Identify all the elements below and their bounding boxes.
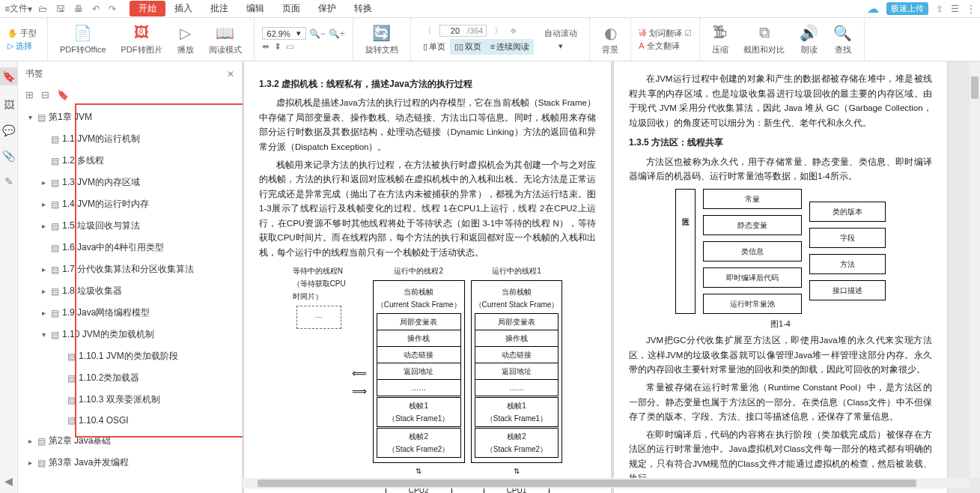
left-sidebar-strip: 🔖 🖼 💬 📎 ✎ ◀	[0, 61, 18, 493]
toolbar: ✋ 手型 ▷ 选择 📄PDF转Office 🖼PDF转图片 ▷播放 📖阅读模式 …	[0, 18, 980, 61]
tab-page[interactable]: 页面	[273, 1, 309, 16]
bookmark-item[interactable]: ▸▤1.5 垃圾回收与算法	[18, 215, 242, 237]
bookmark-item[interactable]: ▾▤1.10 JVM的类加载机制	[18, 324, 242, 345]
bookmarks-tree[interactable]: ▾▤第1章 JVM▤1.1 JVM的运行机制▤1.2 多线程▸▤1.3 JVM的…	[18, 103, 242, 493]
tab-start[interactable]: 开始	[130, 1, 165, 16]
settings-icon[interactable]: ☰	[951, 4, 959, 14]
section-heading: 1.3.2 虚拟机栈：线程私有，描述Java方法的执行过程	[259, 76, 596, 91]
next-page-icon[interactable]: 〉	[490, 25, 508, 37]
bookmark-item[interactable]: ▸▤1.9 Java网络编程模型	[18, 302, 242, 324]
figure-1-4: 方法区 常量 静态变量 类信息 即时编译后代码 运行时常量池 类的版本 字段 方…	[629, 189, 932, 314]
pdf-to-image-button[interactable]: 🖼PDF转图片	[114, 22, 170, 58]
add-bookmark-icon[interactable]: 🔖	[57, 89, 69, 100]
zoom-select[interactable]: 62.9% ▾	[262, 27, 306, 40]
hand-tool[interactable]: ✋ 手型	[7, 28, 37, 39]
bookmark-item[interactable]: ▸▤1.8 垃圾收集器	[18, 280, 242, 302]
actual-size-icon[interactable]: ▭	[286, 41, 294, 52]
document-viewport[interactable]: 1.3.2 虚拟机栈：线程私有，描述Java方法的执行过程 虚拟机栈是描述Jav…	[243, 61, 980, 493]
bookmark-item[interactable]: ▾▤第1章 JVM	[18, 106, 242, 128]
select-tool[interactable]: ▷ 选择	[7, 40, 37, 52]
menu-bar: ≡ 文件 ▾ 🗁 🖫 🖶 ↶ ↷ 开始 插入 批注 编辑 页面 保护 转换 ☁ …	[0, 0, 980, 18]
bookmark-item[interactable]: ▤1.6 Java中的4种引用类型	[18, 237, 242, 258]
continuous-button[interactable]: ≡ 连续阅读	[486, 39, 534, 55]
single-page-button[interactable]: ▯ 单页	[419, 39, 450, 55]
prev-page-icon[interactable]: 〈	[419, 25, 436, 37]
bookmark-item[interactable]: ▤1.2 多线程	[18, 150, 242, 172]
double-page-button[interactable]: ▯▯ 双页	[450, 39, 486, 55]
vertical-scrollbar[interactable]	[970, 61, 980, 478]
bookmark-icon[interactable]: 🔖	[0, 67, 18, 85]
close-panel-icon[interactable]: ✕	[227, 69, 234, 79]
tab-insert[interactable]: 插入	[165, 1, 201, 16]
comment-icon[interactable]: 💬	[2, 124, 15, 136]
signature-icon[interactable]: ✎	[4, 175, 13, 187]
pdf-to-office-button[interactable]: 📄PDF转Office	[52, 22, 114, 58]
find-button[interactable]: 🔍查找	[826, 22, 859, 58]
fit-width-icon[interactable]: ⬌	[262, 41, 270, 52]
rotate-button[interactable]: 🔄旋转文档	[358, 22, 406, 58]
attachment-icon[interactable]: 📎	[2, 150, 15, 162]
bookmark-item[interactable]: ▸▤1.7 分代收集算法和分区收集算法	[18, 258, 242, 280]
page-right: 在JVM运行过程中创建的对象和产生的数据都被存储在堆中，堆是被线程共享的内存区域…	[614, 61, 947, 493]
compress-button[interactable]: 🗜压缩	[704, 22, 736, 58]
read-mode-button[interactable]: 📖阅读模式	[201, 22, 249, 58]
bookmark-item[interactable]: ▸▤1.4 JVM的运行时内存	[18, 193, 242, 215]
bookmark-item[interactable]: ▸▤第3章 Java并发编程	[18, 452, 242, 474]
expand-all-icon[interactable]: ⊞	[25, 89, 34, 100]
thumbnail-icon[interactable]: 🖼	[4, 99, 14, 111]
tab-convert[interactable]: 转换	[345, 1, 381, 16]
paragraph: 常量被存储在运行时常量池（Runtime Constant Pool）中，是方法…	[629, 381, 932, 425]
redo-icon[interactable]: ↷	[109, 4, 116, 14]
undo-icon[interactable]: ↶	[92, 4, 100, 14]
tab-annotate[interactable]: 批注	[201, 1, 237, 16]
page-left: 1.3.2 虚拟机栈：线程私有，描述Java方法的执行过程 虚拟机栈是描述Jav…	[244, 61, 611, 493]
tab-edit[interactable]: 编辑	[237, 1, 273, 16]
section-heading: 1.3.5 方法区：线程共享	[629, 135, 932, 150]
fit-page-icon[interactable]: ⬍	[274, 41, 281, 52]
bookmark-item[interactable]: ▤1.10.2类加载器	[18, 367, 242, 389]
screenshot-compare-button[interactable]: ⧉截图和对比	[736, 22, 792, 58]
zoom-out-icon[interactable]: 🔍−	[309, 28, 326, 39]
bookmarks-panel: 书签 ✕ ⊞ ⊟ 🔖 ▾▤第1章 JVM▤1.1 JVM的运行机制▤1.2 多线…	[18, 61, 243, 493]
horizontal-scrollbar[interactable]	[243, 478, 970, 489]
bookmark-item[interactable]: ▤1.10.4 OSGI	[18, 411, 242, 430]
bookmark-item[interactable]: ▤1.10.1 JVM的类加载阶段	[18, 345, 242, 367]
collapse-icon[interactable]: ◀	[4, 475, 13, 487]
bookmark-item[interactable]: ▸▤1.3 JVM的内存区域	[18, 172, 242, 193]
print-icon[interactable]: 🖶	[74, 4, 83, 14]
share-icon[interactable]: ⇪	[936, 4, 943, 14]
tab-protect[interactable]: 保护	[309, 1, 345, 16]
save-icon[interactable]: 🖫	[56, 4, 65, 14]
bookmark-item[interactable]: ▤1.1 JVM的运行机制	[18, 128, 242, 150]
paragraph: JVM把GC分代收集扩展至方法区，即使用Java堆的永久代来实现方法区，这样JV…	[629, 333, 932, 378]
paragraph: 在JVM运行过程中创建的对象和产生的数据都被存储在堆中，堆是被线程共享的内存区域…	[629, 72, 932, 130]
figure-1-3: 等待中的线程N （等待获取CPU 时间片） ⋯ ⟸⟹ 运行中的线程2 当前栈帧 …	[259, 264, 596, 493]
bookmarks-title: 书签	[25, 67, 227, 80]
play-button[interactable]: ▷播放	[170, 22, 201, 58]
paragraph: 方法区也被称为永久代，用于存储常量、静态变量、类信息、即时编译器编译后的机器码、…	[629, 155, 932, 184]
page-number-input[interactable]: 20/364	[439, 25, 487, 37]
main-area: 🔖 🖼 💬 📎 ✎ ◀ 书签 ✕ ⊞ ⊟ 🔖 ▾▤第1章 JVM▤1.1 JVM…	[0, 61, 980, 493]
file-menu[interactable]: ≡ 文件 ▾	[4, 2, 32, 15]
figure-caption: 图1-4	[629, 317, 932, 331]
bookmark-item[interactable]: ▤1.10.3 双亲委派机制	[18, 389, 242, 411]
paragraph: 栈帧用来记录方法的执行过程，在方法被执行时虚拟机会为其创建一个与之对应的栈帧，方…	[259, 158, 596, 261]
more-icon[interactable]: ⋮	[967, 4, 976, 14]
background-button[interactable]: ◐背景	[594, 22, 626, 58]
bookmark-item[interactable]: ▸▤第2章 Java基础	[18, 430, 242, 452]
cloud-icon[interactable]: ☁	[867, 1, 879, 16]
collapse-all-icon[interactable]: ⊟	[41, 89, 49, 100]
read-aloud-button[interactable]: 🔊朗读	[792, 22, 826, 58]
zoom-in-icon[interactable]: 🔍+	[329, 28, 345, 39]
translate-selection[interactable]: 译 划词翻译 ☑	[639, 28, 692, 39]
paragraph: 虚拟机栈是描述Java方法的执行过程的内存模型，它在当前栈帧（Stack Fra…	[259, 96, 596, 154]
upload-badge[interactable]: 极速上传	[886, 2, 928, 15]
translate-full[interactable]: A 全文翻译	[639, 40, 692, 52]
read-order-icon[interactable]: ⎆	[511, 25, 516, 36]
auto-scroll-button[interactable]: 自动滚动 ▾	[537, 25, 585, 53]
open-icon[interactable]: 🗁	[38, 4, 47, 14]
